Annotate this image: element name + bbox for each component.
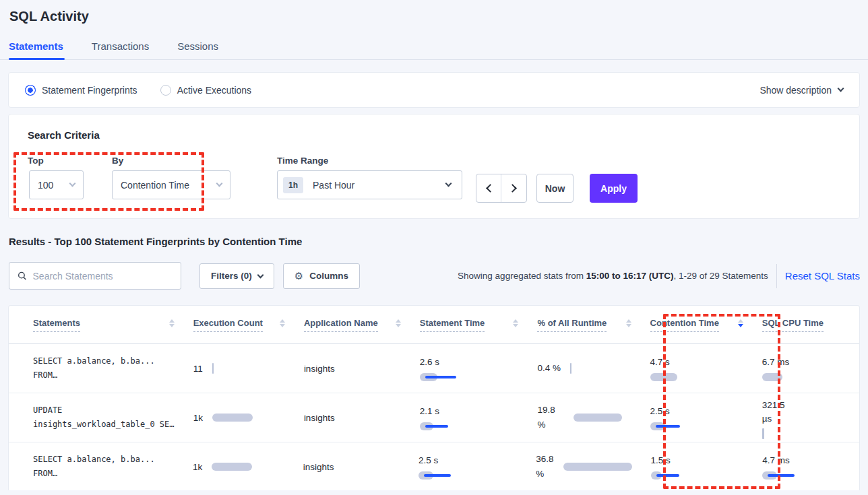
filters-button[interactable]: Filters (0) bbox=[199, 263, 274, 289]
statement-time-mean-line bbox=[425, 376, 456, 378]
sql-cpu-time-value: 321.5 µs bbox=[762, 399, 795, 426]
by-label: By bbox=[112, 156, 230, 166]
show-description-toggle[interactable]: Show description bbox=[760, 85, 843, 96]
time-nav-group bbox=[476, 174, 527, 203]
tab-transactions[interactable]: Transactions bbox=[92, 40, 149, 59]
contention-time-mean-line bbox=[656, 474, 679, 477]
search-criteria-card: Search Criteria Top 100 By Contention Ti… bbox=[8, 114, 860, 219]
execution-count-bar bbox=[212, 414, 253, 422]
column-header-statements[interactable]: Statements bbox=[33, 318, 193, 332]
show-description-label: Show description bbox=[760, 85, 832, 96]
tab-sessions[interactable]: Sessions bbox=[177, 40, 218, 59]
runtime-pct-value: 36.8 % bbox=[536, 452, 553, 481]
page-title: SQL Activity bbox=[0, 0, 868, 24]
contention-time-value: 1.5 s bbox=[651, 454, 691, 467]
statement-text[interactable]: SELECT a.balance, b.ba... bbox=[33, 354, 175, 368]
column-header-statement-time[interactable]: Statement Time bbox=[420, 318, 538, 332]
apply-button[interactable]: Apply bbox=[590, 174, 638, 203]
application-name-value: insights bbox=[304, 413, 420, 423]
chevron-right-icon bbox=[508, 184, 517, 193]
now-button[interactable]: Now bbox=[536, 174, 574, 203]
aggregated-stats-note: Showing aggregated stats from 15:00 to 1… bbox=[458, 271, 768, 281]
divider bbox=[776, 264, 777, 288]
time-range-label: Time Range bbox=[277, 156, 462, 166]
radio-statement-fingerprints[interactable]: Statement Fingerprints bbox=[25, 85, 137, 96]
statement-text[interactable]: SELECT a.balance, b.ba... bbox=[33, 453, 174, 467]
application-name-value: insights bbox=[304, 364, 420, 374]
statement-text[interactable]: FROM… bbox=[33, 467, 174, 481]
columns-button[interactable]: ⚙ Columns bbox=[283, 263, 360, 289]
column-header-application-name[interactable]: Application Name bbox=[304, 318, 420, 332]
table-row[interactable]: UPDATE insights_workload_table_0 SE… 1k … bbox=[9, 393, 859, 442]
table-header-row: Statements Execution Count Application N… bbox=[9, 306, 859, 344]
column-header-execution-count[interactable]: Execution Count bbox=[193, 318, 304, 332]
sql-cpu-time-value: 6.7 ms bbox=[762, 356, 795, 369]
chevron-down-icon bbox=[838, 86, 844, 92]
time-range-value: Past Hour bbox=[313, 180, 354, 191]
application-name-value: insights bbox=[303, 462, 418, 472]
table-row[interactable]: SELECT a.balance, b.ba... FROM… 1k insig… bbox=[9, 442, 859, 490]
radio-label: Active Executions bbox=[177, 85, 252, 96]
tab-bar: Statements Transactions Sessions bbox=[0, 24, 868, 60]
by-select[interactable]: Contention Time bbox=[112, 170, 230, 199]
sql-cpu-time-mean-line bbox=[768, 474, 795, 477]
runtime-pct-value: 0.4 % bbox=[537, 361, 561, 376]
column-header-sql-cpu-time[interactable]: SQL CPU Time bbox=[762, 318, 859, 332]
time-range-select[interactable]: 1h Past Hour bbox=[277, 170, 462, 199]
execution-count-value: 11 bbox=[193, 364, 203, 374]
search-statements-box bbox=[9, 262, 181, 290]
statement-time-mean-line bbox=[425, 425, 448, 428]
contention-time-value: 4.7 s bbox=[650, 356, 691, 369]
statement-text[interactable]: insights_workload_table_0 SE… bbox=[33, 418, 175, 432]
time-range-badge: 1h bbox=[283, 177, 303, 193]
radio-unselected-icon[interactable] bbox=[160, 85, 171, 96]
execution-count-bar bbox=[212, 363, 214, 374]
search-icon bbox=[18, 271, 27, 281]
runtime-pct-bar bbox=[570, 363, 571, 374]
column-header-contention-time[interactable]: Contention Time bbox=[650, 318, 762, 332]
chevron-down-icon bbox=[216, 180, 223, 187]
sort-icon[interactable] bbox=[626, 319, 631, 327]
statement-text[interactable]: FROM… bbox=[33, 368, 175, 383]
view-toggle-card: Statement Fingerprints Active Executions… bbox=[8, 72, 860, 108]
execution-count-bar bbox=[212, 463, 252, 471]
contention-time-value: 2.5 s bbox=[650, 405, 691, 418]
sort-icon[interactable] bbox=[513, 319, 518, 327]
sort-icon[interactable] bbox=[280, 319, 285, 327]
sort-icon[interactable] bbox=[396, 319, 401, 327]
radio-selected-icon[interactable] bbox=[25, 85, 36, 96]
reset-sql-stats-link[interactable]: Reset SQL Stats bbox=[785, 270, 860, 282]
sql-cpu-time-bar bbox=[762, 373, 782, 381]
time-next-button[interactable] bbox=[501, 174, 526, 202]
sort-icon-active[interactable] bbox=[738, 319, 743, 327]
statement-time-value: 2.5 s bbox=[418, 454, 459, 467]
column-header-runtime-pct[interactable]: % of All Runtime bbox=[537, 318, 650, 332]
by-select-value: Contention Time bbox=[121, 180, 189, 191]
radio-active-executions[interactable]: Active Executions bbox=[160, 85, 252, 96]
search-criteria-title: Search Criteria bbox=[28, 129, 859, 141]
statement-time-mean-line bbox=[424, 474, 451, 477]
time-prev-button[interactable] bbox=[476, 174, 501, 202]
filters-label: Filters (0) bbox=[211, 271, 252, 281]
search-statements-input[interactable] bbox=[33, 271, 173, 282]
top-select[interactable]: 100 bbox=[29, 170, 84, 199]
chevron-down-icon bbox=[69, 180, 76, 187]
statement-time-value: 2.6 s bbox=[420, 356, 460, 369]
top-select-value: 100 bbox=[38, 180, 53, 191]
runtime-pct-bar bbox=[563, 463, 632, 471]
table-row[interactable]: SELECT a.balance, b.ba... FROM… 11 insig… bbox=[9, 344, 859, 393]
statement-text[interactable]: UPDATE bbox=[33, 403, 175, 418]
radio-label: Statement Fingerprints bbox=[42, 85, 137, 96]
results-toolbar: Filters (0) ⚙ Columns Showing aggregated… bbox=[9, 262, 860, 290]
results-heading: Results - Top 100 Statement Fingerprints… bbox=[9, 236, 868, 247]
sort-icon[interactable] bbox=[169, 319, 175, 327]
tab-statements[interactable]: Statements bbox=[9, 40, 63, 59]
contention-time-mean-line bbox=[656, 425, 680, 428]
runtime-pct-value: 19.8 % bbox=[537, 403, 564, 432]
gear-icon: ⚙ bbox=[294, 271, 303, 281]
chevron-left-icon bbox=[486, 184, 495, 193]
contention-time-bar bbox=[650, 373, 677, 381]
execution-count-value: 1k bbox=[193, 413, 203, 423]
chevron-down-icon bbox=[445, 180, 452, 187]
statement-time-value: 2.1 s bbox=[420, 405, 460, 418]
